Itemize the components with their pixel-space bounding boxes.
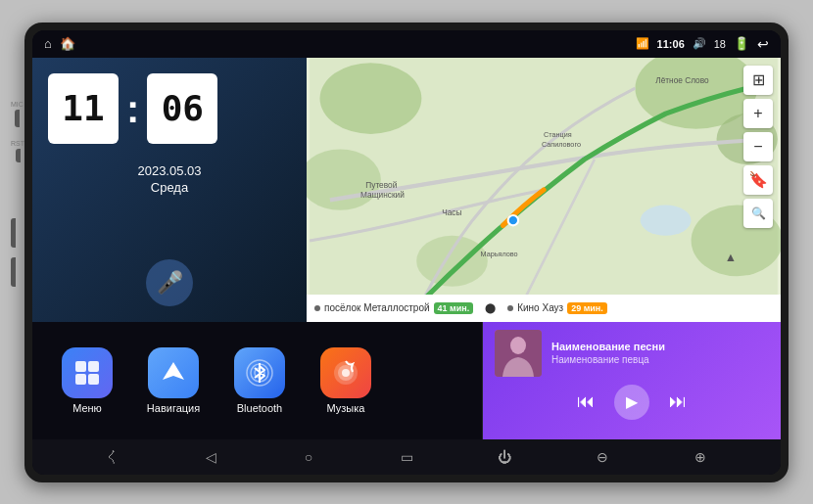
battery-icon: 🔋 xyxy=(734,36,749,51)
status-left: ⌂ 🏠 xyxy=(44,36,75,51)
music-text: Наименование песни Наименование певца xyxy=(551,341,769,365)
menu-icon xyxy=(62,347,113,398)
mic-button[interactable] xyxy=(15,110,20,127)
svg-point-29 xyxy=(510,337,526,354)
nav-icon xyxy=(148,347,199,398)
status-right: 📶 11:06 🔊 18 🔋 ↩ xyxy=(636,36,769,52)
bottom-section: Меню Навигация xyxy=(32,322,781,439)
nav-power-button[interactable]: ⏻ xyxy=(487,439,522,475)
menu-label: Меню xyxy=(72,402,102,414)
mic-circle[interactable]: 🎤 xyxy=(146,259,193,306)
wifi-icon: 📶 xyxy=(636,37,649,50)
next-button[interactable]: ⏭ xyxy=(669,391,687,412)
menu-svg xyxy=(73,359,101,387)
back-icon[interactable]: ↩ xyxy=(757,36,769,52)
rst-button[interactable] xyxy=(16,149,21,162)
svg-point-1 xyxy=(320,63,422,134)
vol-up-button[interactable] xyxy=(11,218,16,248)
mic-button-area: 🎤 xyxy=(48,259,291,306)
bt-label: Bluetooth xyxy=(237,402,282,414)
svg-point-15 xyxy=(508,214,518,224)
map-bottom-bar: посёлок Металлострой 41 мин. ⬤ Кино Хауз… xyxy=(307,295,781,322)
play-icon: ▶ xyxy=(626,392,638,411)
time-badge-1: 41 мин. xyxy=(434,302,474,314)
rst-label: RST xyxy=(11,140,24,147)
svg-rect-19 xyxy=(75,374,86,385)
bt-icon xyxy=(234,347,285,398)
svg-text:▲: ▲ xyxy=(725,250,737,263)
zoom-in-button[interactable]: + xyxy=(743,99,773,128)
mic-label: MIC xyxy=(11,101,24,108)
status-bar: ⌂ 🏠 📶 11:06 🔊 18 🔋 ↩ xyxy=(32,30,781,58)
app-bluetooth[interactable]: Bluetooth xyxy=(220,347,299,414)
car-head-unit: MIC RST ⌂ 🏠 📶 11:06 🔊 18 🔋 ↩ xyxy=(24,23,789,482)
svg-rect-18 xyxy=(88,361,99,372)
clock-widget: 11 : 06 xyxy=(48,73,291,144)
mic-icon: 🎤 xyxy=(157,270,183,296)
volume-icon: 🔊 xyxy=(693,37,706,50)
nav-android-back-button[interactable]: ◁ xyxy=(193,439,228,475)
svg-rect-20 xyxy=(88,374,99,385)
map-svg: Лётное Слово Часы Путевой Мащинский Стан… xyxy=(307,58,781,322)
day-text: Среда xyxy=(48,180,291,195)
clock-hours: 11 xyxy=(48,73,119,144)
map-controls: ⊞ + − 🔖 🔍 xyxy=(743,66,773,228)
nav-plus-button[interactable]: ⊕ xyxy=(683,439,718,475)
app-menu[interactable]: Меню xyxy=(48,347,126,414)
bt-svg xyxy=(245,358,274,388)
svg-rect-17 xyxy=(75,361,86,372)
clock-minutes: 06 xyxy=(147,73,217,144)
svg-point-27 xyxy=(342,369,350,377)
music-title: Наименование песни xyxy=(551,341,769,352)
svg-text:Сапилового: Сапилового xyxy=(542,140,581,149)
main-content: 11 : 06 2023.05.03 Среда 🎤 xyxy=(32,58,781,322)
date-section: 2023.05.03 Среда xyxy=(48,163,291,195)
music-player: Наименование песни Наименование певца ⏮ … xyxy=(483,322,781,439)
dest-dot-2 xyxy=(507,305,513,311)
layers-button[interactable]: ⊞ xyxy=(743,66,773,95)
music-art xyxy=(495,330,542,377)
house-icon[interactable]: 🏠 xyxy=(60,36,75,51)
time-display: 11:06 xyxy=(657,38,685,50)
music-icon xyxy=(320,347,371,398)
nav-svg xyxy=(159,358,188,388)
nav-label: Навигация xyxy=(147,402,200,414)
music-app-label: Музыка xyxy=(327,402,365,414)
svg-text:Мащинский: Мащинский xyxy=(360,190,405,200)
dest-label-2: Кино Хауз xyxy=(517,302,563,313)
left-panel: 11 : 06 2023.05.03 Среда 🎤 xyxy=(32,58,307,322)
bookmark-button[interactable]: 🔖 xyxy=(743,165,773,195)
dest-separator: ⬤ xyxy=(485,302,496,313)
map-area[interactable]: Лётное Слово Часы Путевой Мащинский Стан… xyxy=(307,58,781,322)
apps-row: Меню Навигация xyxy=(32,322,483,439)
nav-minus-button[interactable]: ⊖ xyxy=(585,439,620,475)
svg-text:Путевой: Путевой xyxy=(365,179,397,189)
app-navigation[interactable]: Навигация xyxy=(134,347,213,414)
date-text: 2023.05.03 xyxy=(48,163,291,178)
search-button[interactable]: 🔍 xyxy=(743,199,773,228)
play-button[interactable]: ▶ xyxy=(614,385,649,420)
prev-button[interactable]: ⏮ xyxy=(577,391,595,412)
music-art-inner xyxy=(495,330,542,377)
nav-bar: 〱 ◁ ○ ▭ ⏻ ⊖ ⊕ xyxy=(32,439,781,475)
svg-text:Часы: Часы xyxy=(442,206,461,216)
music-svg xyxy=(331,358,360,388)
dest-1: посёлок Металлострой 41 мин. xyxy=(314,302,473,314)
vol-down-button[interactable] xyxy=(11,257,16,287)
clock-separator: : xyxy=(126,89,139,128)
dest-2: Кино Хауз 29 мин. xyxy=(507,302,607,314)
volume-level: 18 xyxy=(714,38,726,50)
album-art-svg xyxy=(495,330,542,377)
music-info: Наименование песни Наименование певца xyxy=(495,330,769,377)
time-badge-2: 29 мин. xyxy=(567,302,607,314)
music-artist: Наименование певца xyxy=(551,354,769,365)
svg-text:Марьялово: Марьялово xyxy=(481,249,518,257)
map-background: Лётное Слово Часы Путевой Мащинский Стан… xyxy=(307,58,781,322)
home-icon[interactable]: ⌂ xyxy=(44,36,52,51)
nav-back-button[interactable]: 〱 xyxy=(95,439,130,475)
nav-recents-button[interactable]: ▭ xyxy=(389,439,424,475)
nav-home-button[interactable]: ○ xyxy=(291,439,326,475)
svg-point-5 xyxy=(416,235,488,286)
app-music[interactable]: Музыка xyxy=(307,347,385,414)
zoom-out-button[interactable]: − xyxy=(743,132,773,161)
